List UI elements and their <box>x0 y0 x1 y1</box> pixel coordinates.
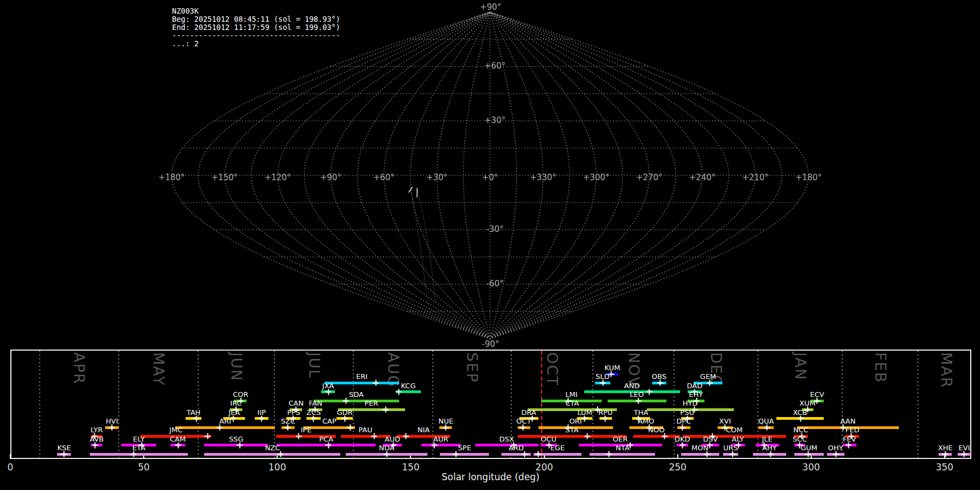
shower-code-label: ELY <box>133 436 145 443</box>
shower-code-label: AHY <box>762 444 777 451</box>
shower-peak-marker <box>175 442 181 448</box>
shower-code-label: DRA <box>521 409 536 416</box>
map-latitude-label: +30° <box>484 115 505 125</box>
shower-code-label: TAH <box>187 409 201 416</box>
shower-peak-marker <box>443 425 449 431</box>
x-axis-tick-label: 300 <box>803 462 820 473</box>
shower-code-label: AMO <box>638 418 654 425</box>
month-boundary-line <box>39 351 40 458</box>
month-label: APR <box>71 352 88 385</box>
shower-bar <box>341 435 391 438</box>
map-longitude-label: +60° <box>373 173 394 182</box>
shower-code-label: PSU <box>680 409 694 416</box>
shower-code-label: NDA <box>379 444 394 451</box>
shower-code-label: OER <box>613 436 628 443</box>
x-axis-tick-label: 100 <box>268 462 286 473</box>
shower-peak-marker <box>61 451 67 457</box>
shower-peak-marker <box>383 407 389 413</box>
month-label: SEP <box>464 352 481 383</box>
map-longitude-label: +300° <box>583 173 610 182</box>
shower-peak-marker <box>679 442 685 448</box>
shower-code-label: SDA <box>349 391 364 398</box>
shower-code-label: LUM <box>577 409 592 416</box>
shower-code-label: PCA <box>319 436 333 443</box>
month-boundary-line <box>917 351 918 458</box>
shower-peak-marker <box>606 451 612 457</box>
shower-bar <box>590 453 655 456</box>
shower-peak-marker <box>798 415 804 421</box>
shower-code-label: GEM <box>700 373 716 380</box>
shower-code-label: LMI <box>565 391 577 398</box>
shower-bar <box>314 400 400 402</box>
shower-code-label: COR <box>233 391 248 398</box>
meteor-count-line: ...: 2 <box>172 39 199 48</box>
shower-peak-marker <box>217 425 223 431</box>
shower-peak-marker <box>805 451 811 457</box>
shower-bar <box>421 444 461 446</box>
shower-peak-marker <box>373 380 379 386</box>
map-longitude-label: +90° <box>320 173 341 182</box>
shower-code-label: MON <box>691 444 708 451</box>
shower-code-label: LEO <box>630 391 644 398</box>
shower-code-label: DPC <box>676 418 691 425</box>
shower-code-label: OHY <box>828 444 843 451</box>
shower-peak-marker <box>342 415 348 421</box>
shower-code-label: ARD <box>509 444 524 451</box>
shower-peak-marker <box>679 425 685 431</box>
shower-peak-marker <box>237 442 243 448</box>
shower-code-label: XVI <box>719 418 731 425</box>
shower-peak-marker <box>584 433 590 439</box>
shower-code-label: RPU <box>598 409 612 416</box>
shower-peak-marker <box>205 433 211 439</box>
shower-code-label: NUE <box>438 418 453 425</box>
shower-code-label: IIP <box>258 409 266 416</box>
shower-peak-marker <box>326 389 332 395</box>
shower-code-label: KUM <box>604 364 620 371</box>
shower-code-label: JEA <box>229 409 240 416</box>
shower-code-label: SLD <box>596 373 610 380</box>
shower-code-label: IRC <box>230 400 242 407</box>
map-longitude-label: +180° <box>158 173 185 182</box>
shower-peak-marker <box>581 415 587 421</box>
shower-code-label: XHE <box>938 444 953 451</box>
shower-code-label: EHY <box>689 391 703 398</box>
x-axis-tick-label: 50 <box>138 462 150 473</box>
end-time-line: End: 20251012 11:17:59 (sol = 199.03°) <box>172 23 340 32</box>
shower-code-label: DSV <box>703 436 718 443</box>
shower-code-label: SZC <box>281 418 295 425</box>
shower-code-label: GUM <box>800 444 817 451</box>
x-axis-tick-label: 250 <box>669 462 686 473</box>
shower-code-label: PAU <box>359 426 372 433</box>
shower-code-label: HYD <box>683 400 698 407</box>
shower-peak-marker <box>371 433 377 439</box>
shower-peak-marker <box>833 451 839 457</box>
shower-code-label: AUD <box>385 436 400 443</box>
shower-peak-marker <box>635 398 641 404</box>
shower-code-label: FED <box>846 426 860 433</box>
shower-code-label: ZCS <box>307 409 321 416</box>
shower-code-label: DKD <box>675 436 690 443</box>
shower-code-label: AND <box>624 382 640 389</box>
map-latitude-label: +90° <box>480 2 501 12</box>
month-label: OCT <box>544 352 561 387</box>
shower-code-label: KSE <box>57 444 71 451</box>
shower-code-label: JMC <box>169 426 182 433</box>
shower-bar <box>204 453 340 456</box>
shower-peak-marker <box>285 425 291 431</box>
shower-code-label: XCB <box>793 409 807 416</box>
shower-code-label: NCC <box>793 426 808 433</box>
map-latitude-label: -30° <box>486 224 504 234</box>
shower-peak-marker <box>403 433 409 439</box>
sky-projection-map: +180°+150°+120°+90°+60°+30°+0°+330°+300°… <box>0 0 980 359</box>
shower-peak-marker <box>764 425 770 431</box>
shower-peak-marker <box>535 451 541 457</box>
shower-peak-marker <box>347 425 353 431</box>
x-axis-tick <box>677 454 678 459</box>
shower-code-label: EGE <box>550 444 565 451</box>
shower-code-label: OCU <box>541 436 556 443</box>
map-longitude-label: +30° <box>426 173 448 182</box>
map-longitude-label: +0° <box>482 173 498 182</box>
shower-peak-marker <box>657 380 663 386</box>
shower-code-label: AAN <box>841 418 856 425</box>
shower-code-label: HVI <box>106 418 118 425</box>
